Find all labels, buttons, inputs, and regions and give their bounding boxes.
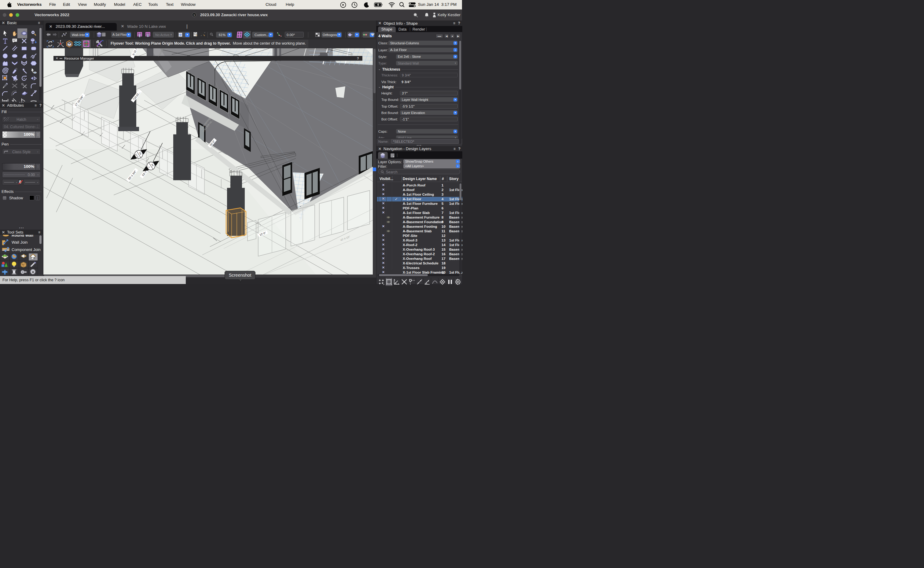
svg-text:✕: ✕ <box>56 57 58 60</box>
svg-text:Resource Manager: Resource Manager <box>64 57 94 60</box>
svg-text:?: ? <box>357 57 359 60</box>
